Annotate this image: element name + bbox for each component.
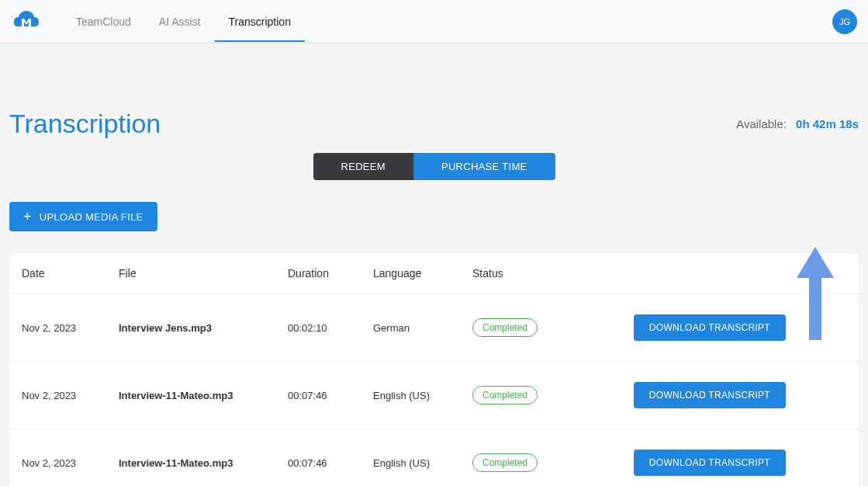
cell-language: English (US) <box>373 457 472 469</box>
transcription-table: Date File Duration Language Status Nov 2… <box>9 253 859 486</box>
nav-ai-assist[interactable]: AI Assist <box>145 2 215 42</box>
page-header: Transcription Available: 0h 42m 18s <box>9 109 859 139</box>
cell-duration: 00:07:46 <box>288 390 373 401</box>
header-status: Status <box>472 267 621 279</box>
up-arrow-icon <box>794 247 837 343</box>
app-logo[interactable] <box>11 8 42 36</box>
redeem-button[interactable]: REDEEM <box>313 153 413 180</box>
time-button-group: REDEEM PURCHASE TIME <box>9 153 859 180</box>
cell-file: Interview-11-Mateo.mp3 <box>119 457 288 469</box>
available-time-section: Available: 0h 42m 18s <box>736 117 859 130</box>
status-badge: Completed <box>472 386 538 404</box>
app-header: TeamCloud AI Assist Transcription JG <box>0 0 868 43</box>
cell-file: Interview Jens.mp3 <box>119 322 288 334</box>
page-title: Transcription <box>9 109 161 139</box>
cell-action: DOWNLOAD TRANSCRIPT <box>621 450 846 476</box>
cell-action: DOWNLOAD TRANSCRIPT <box>621 382 846 408</box>
table-row: Nov 2, 2023 Interview-11-Mateo.mp3 00:07… <box>9 362 859 429</box>
download-transcript-button[interactable]: DOWNLOAD TRANSCRIPT <box>634 382 786 408</box>
header-file: File <box>119 267 288 279</box>
header-date: Date <box>22 267 119 279</box>
header-duration: Duration <box>288 267 373 279</box>
cell-language: German <box>373 322 472 334</box>
nav-transcription[interactable]: Transcription <box>215 2 305 42</box>
table-row: Nov 2, 2023 Interview Jens.mp3 00:02:10 … <box>9 294 859 362</box>
cell-status: Completed <box>472 386 621 404</box>
user-avatar[interactable]: JG <box>832 9 857 34</box>
table-header: Date File Duration Language Status <box>9 253 859 294</box>
plus-icon: + <box>23 210 32 224</box>
status-badge: Completed <box>472 453 538 472</box>
header-language: Language <box>373 267 472 279</box>
available-label: Available: <box>736 117 787 130</box>
upload-media-button[interactable]: + UPLOAD MEDIA FILE <box>9 202 157 231</box>
page-content: Transcription Available: 0h 42m 18s REDE… <box>0 109 868 486</box>
cell-date: Nov 2, 2023 <box>22 390 119 401</box>
cell-status: Completed <box>472 318 621 337</box>
cell-file: Interview-11-Mateo.mp3 <box>119 390 288 401</box>
upload-button-label: UPLOAD MEDIA FILE <box>40 211 144 223</box>
cell-date: Nov 2, 2023 <box>22 322 119 334</box>
cell-language: English (US) <box>373 390 472 401</box>
available-time-value: 0h 42m 18s <box>796 117 859 130</box>
download-transcript-button[interactable]: DOWNLOAD TRANSCRIPT <box>634 314 786 341</box>
cell-duration: 00:02:10 <box>288 322 373 334</box>
cell-date: Nov 2, 2023 <box>22 457 119 469</box>
download-transcript-button[interactable]: DOWNLOAD TRANSCRIPT <box>634 450 786 476</box>
table-row: Nov 2, 2023 Interview-11-Mateo.mp3 00:07… <box>9 429 859 486</box>
cell-status: Completed <box>472 453 621 472</box>
main-nav: TeamCloud AI Assist Transcription <box>62 2 305 42</box>
status-badge: Completed <box>472 318 538 337</box>
nav-teamcloud[interactable]: TeamCloud <box>62 2 145 42</box>
cell-duration: 00:07:46 <box>288 457 373 469</box>
purchase-time-button[interactable]: PURCHASE TIME <box>413 153 555 180</box>
